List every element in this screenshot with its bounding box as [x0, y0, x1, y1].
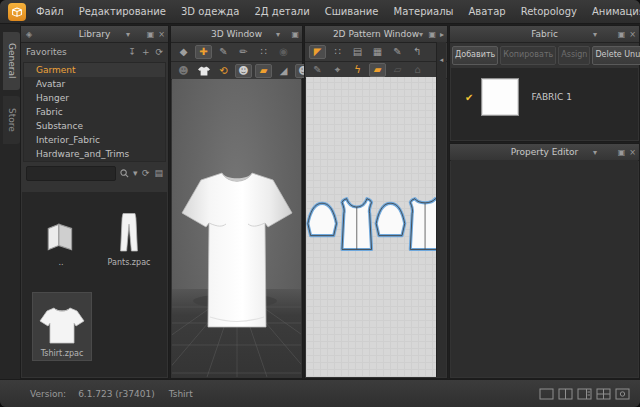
- favorite-item-interior-fabric[interactable]: Interior_Fabric: [24, 133, 165, 147]
- menu-edit[interactable]: Редактирование: [79, 6, 166, 17]
- file-item-tshirt-selected[interactable]: Tshirt.zpac: [32, 292, 92, 361]
- fabric-swatch[interactable]: [481, 78, 519, 116]
- app-logo-icon: [8, 3, 26, 21]
- menu-retopology[interactable]: Retopology: [521, 6, 577, 17]
- float-panel-icon[interactable]: ▣: [147, 30, 155, 39]
- menu-animation[interactable]: Анимация: [592, 6, 640, 17]
- document-name: Tshirt: [169, 389, 193, 399]
- favorite-item-hanger[interactable]: Hanger: [24, 91, 165, 105]
- version-value: 6.1.723 (r37401): [78, 389, 155, 399]
- show-avatar-icon[interactable]: ☻: [175, 64, 192, 78]
- float-panel-icon[interactable]: ▣: [428, 30, 436, 39]
- favorites-header: Favorites ↧ + ⟳: [21, 43, 168, 61]
- float-panel-icon[interactable]: ▣: [291, 30, 299, 39]
- delete-unused-button[interactable]: Delete Unused: [592, 46, 640, 65]
- fabric-panel-header[interactable]: Fabric ▾ ▣ ×: [450, 26, 639, 43]
- 2d-viewport[interactable]: [306, 77, 436, 377]
- collapsed-panel-expand-icon[interactable]: ◂: [440, 56, 444, 64]
- edit-pattern-tool-icon[interactable]: ∷: [329, 45, 346, 59]
- close-panel-icon[interactable]: ×: [629, 148, 636, 157]
- layout-with-panel-icon[interactable]: [577, 388, 592, 400]
- menu-file[interactable]: Файл: [36, 6, 64, 17]
- layout-single-icon[interactable]: [539, 388, 554, 400]
- 3d-viewport[interactable]: [172, 79, 301, 377]
- fabric-name: FABRIC 1: [531, 92, 571, 102]
- fabric-panel-title: Fabric: [450, 29, 639, 39]
- show-pattern-icon[interactable]: ▰: [255, 64, 272, 78]
- layout-split-icon[interactable]: [558, 388, 573, 400]
- select-move-tool-icon[interactable]: ✚: [195, 45, 212, 59]
- tshirt-thumbnail: [33, 299, 91, 345]
- 3d-garment-tshirt[interactable]: [180, 167, 294, 335]
- fabric-list-item[interactable]: ✔ FABRIC 1: [451, 68, 638, 126]
- fabric-check-icon[interactable]: ✔: [465, 92, 473, 103]
- copy-fabric-button: Копировать: [500, 46, 556, 65]
- garment-fit-icon[interactable]: ⌖: [329, 63, 346, 77]
- pattern-outline-tool-icon[interactable]: ▤: [349, 45, 366, 59]
- sew-segment-icon[interactable]: ✎: [215, 45, 232, 59]
- 3d-toolbar-main: ◆ ✚ ✎ ✏ ∷ ◉: [171, 43, 302, 62]
- 2d-pattern-pieces[interactable]: [306, 189, 438, 273]
- refresh-favorites-icon[interactable]: ⟳: [155, 47, 163, 57]
- menu-materials[interactable]: Материалы: [394, 6, 454, 17]
- search-input[interactable]: [26, 166, 116, 181]
- search-filter-caret-icon[interactable]: ▾: [133, 168, 138, 178]
- chevron-down-icon[interactable]: ▾: [593, 148, 597, 157]
- folder-up-item[interactable]: ..: [32, 208, 90, 267]
- close-panel-icon[interactable]: ×: [158, 30, 165, 39]
- file-item-pants[interactable]: Pants.zpac: [100, 208, 158, 267]
- favorite-item-avatar[interactable]: Avatar: [24, 77, 165, 91]
- 3d-window-header[interactable]: 3D Window ▾ ▣: [171, 26, 302, 43]
- add-fabric-button[interactable]: Добавить: [452, 46, 498, 65]
- chevron-down-icon[interactable]: ▾: [593, 30, 597, 39]
- 2d-window-header[interactable]: 2D Pattern Window ▾ ▣ ▸: [305, 26, 447, 43]
- show-avatar-box-icon[interactable]: ☻: [235, 64, 252, 78]
- 3d-toolbar-display: ☻ ⟲ ☻ ▰ ◢ ☻ ● ↥: [171, 62, 302, 80]
- favorite-item-fabric[interactable]: Fabric: [24, 105, 165, 119]
- pin-tool-icon[interactable]: ∷: [255, 45, 272, 59]
- float-panel-icon[interactable]: ▣: [618, 148, 626, 157]
- unfold-tool-icon[interactable]: ↰: [409, 45, 426, 59]
- favorite-item-hardware-and-trims[interactable]: Hardware_and_Trims: [24, 147, 165, 161]
- favorite-item-garment[interactable]: Garment: [24, 63, 165, 77]
- title-bar: Файл Редактирование 3D одежда 2Д детали …: [0, 0, 640, 24]
- trace-tool-icon[interactable]: ✎: [389, 45, 406, 59]
- layout-quad-icon[interactable]: [596, 388, 611, 400]
- menu-3d-garment[interactable]: 3D одежда: [181, 6, 239, 17]
- chevron-down-icon[interactable]: ▾: [419, 30, 423, 39]
- chevron-down-icon[interactable]: ▾: [276, 30, 280, 39]
- layout-render-icon[interactable]: [615, 388, 630, 400]
- edit-sewing-icon[interactable]: ✎: [309, 63, 326, 77]
- activate-stitch-icon[interactable]: ϟ: [349, 63, 366, 77]
- import-icon[interactable]: ↧: [128, 47, 136, 57]
- search-icon[interactable]: [120, 169, 129, 178]
- plane-icon[interactable]: ◢: [275, 64, 292, 78]
- close-panel-icon[interactable]: ×: [629, 30, 636, 39]
- expand-arrow-icon[interactable]: ▸: [440, 30, 444, 39]
- view-mode-icon[interactable]: ▤: [154, 168, 163, 178]
- float-panel-icon[interactable]: ▣: [618, 30, 626, 39]
- tab-store[interactable]: Store: [3, 96, 20, 144]
- refresh-library-icon[interactable]: ⟳: [142, 168, 150, 178]
- library-panel-header[interactable]: ◈ Library ▾ ▣ ×: [21, 26, 168, 43]
- select-mesh-icon[interactable]: ◉: [275, 45, 292, 59]
- property-editor-header[interactable]: Property Editor ▾ ▣ ×: [450, 144, 639, 161]
- transform-pattern-tool-icon[interactable]: ◤: [309, 45, 326, 59]
- menu-2d-pattern[interactable]: 2Д детали: [254, 6, 309, 17]
- show-pattern-2d-icon[interactable]: ▰: [369, 63, 386, 77]
- show-garment-icon[interactable]: [195, 64, 212, 78]
- tab-general[interactable]: General: [3, 32, 20, 90]
- menu-sewing[interactable]: Сшивание: [325, 6, 379, 17]
- application-window: Файл Редактирование 3D одежда 2Д детали …: [0, 0, 640, 407]
- chevron-down-icon[interactable]: ▾: [126, 30, 130, 39]
- add-favorite-icon[interactable]: +: [142, 47, 150, 57]
- menu-avatar[interactable]: Аватар: [469, 6, 506, 17]
- collapsed-panel-strip[interactable]: ◂: [436, 42, 446, 377]
- favorite-item-substance[interactable]: Substance: [24, 119, 165, 133]
- image-tool-icon[interactable]: ▦: [369, 45, 386, 59]
- sew-free-icon[interactable]: ✏: [235, 45, 252, 59]
- library-panel: ◈ Library ▾ ▣ × Favorites ↧ + ⟳ Garment …: [20, 25, 169, 379]
- simulate-icon[interactable]: ◆: [175, 45, 192, 59]
- show-baseline-icon: ▱: [389, 63, 406, 77]
- show-sewing-icon[interactable]: ⟲: [215, 64, 232, 78]
